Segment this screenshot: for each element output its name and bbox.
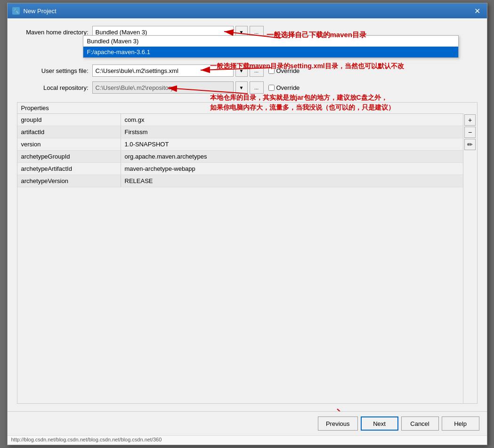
prop-value-artifactid: Firstssm bbox=[121, 126, 463, 138]
local-repo-override-checkbox[interactable] bbox=[268, 85, 275, 91]
title-bar-left: 🔧 New Project bbox=[12, 7, 57, 15]
new-project-dialog: 🔧 New Project ✕ 一般选择自己下载的maven目录 bbox=[7, 3, 487, 445]
properties-content: groupId com.gx artifactId Firstssm versi… bbox=[17, 113, 477, 403]
prop-value-version: 1.0-SNAPSHOT bbox=[121, 138, 463, 150]
user-settings-override-checkbox[interactable] bbox=[268, 68, 275, 74]
table-row: artifactId Firstssm bbox=[17, 126, 463, 138]
local-repo-override: Override bbox=[268, 84, 300, 91]
cancel-label: Cancel bbox=[410, 420, 429, 427]
local-repo-dropdown-btn[interactable]: ▼ bbox=[235, 81, 248, 94]
dropdown-item-bundled[interactable]: Bundled (Maven 3) bbox=[83, 36, 458, 47]
add-property-button[interactable]: + bbox=[464, 114, 476, 126]
maven-home-dropdown: Bundled (Maven 3) F:/apache-maven-3.6.1 bbox=[83, 35, 459, 58]
properties-label: Properties bbox=[17, 103, 477, 113]
svg-line-4 bbox=[337, 409, 365, 411]
url-text: http://blog.csdn.net/blog.csdn.net/blog.… bbox=[11, 437, 162, 442]
user-settings-dropdown-btn[interactable]: ▼ bbox=[235, 64, 248, 77]
local-repo-input[interactable] bbox=[92, 81, 234, 94]
table-row: archetypeGroupId org.apache.maven.archet… bbox=[17, 151, 463, 163]
prop-key-archetypeversion: archetypeVersion bbox=[17, 175, 121, 187]
help-label: Help bbox=[454, 420, 467, 427]
next-label: Next bbox=[373, 420, 386, 427]
local-repo-row: Local repository: ▼ ... Override bbox=[17, 81, 478, 94]
prop-key-archetypegroupid: archetypeGroupId bbox=[17, 151, 121, 162]
remove-property-button[interactable]: − bbox=[464, 127, 476, 138]
user-settings-row: User settings file: ▼ ... Override bbox=[17, 64, 478, 77]
user-settings-input-group: ▼ ... Override bbox=[92, 64, 478, 77]
close-button[interactable]: ✕ bbox=[473, 6, 482, 16]
previous-button[interactable]: Previous bbox=[318, 416, 358, 431]
maven-home-label: Maven home directory: bbox=[17, 29, 92, 36]
cancel-button[interactable]: Cancel bbox=[401, 416, 439, 431]
prop-key-artifactid: artifactId bbox=[17, 126, 121, 138]
dialog-footer: Previous Next Cancel Help bbox=[8, 411, 487, 435]
local-repo-override-label: Override bbox=[276, 84, 300, 91]
properties-table: groupId com.gx artifactId Firstssm versi… bbox=[17, 113, 463, 403]
previous-label: Previous bbox=[326, 420, 350, 427]
table-row: version 1.0-SNAPSHOT bbox=[17, 138, 463, 151]
user-settings-browse-btn[interactable]: ... bbox=[250, 64, 264, 77]
prop-value-archetypeartifactid: maven-archetype-webapp bbox=[121, 163, 463, 175]
table-row: archetypeVersion RELEASE bbox=[17, 175, 463, 187]
prop-key-archetypeartifactid: archetypeArtifactId bbox=[17, 163, 121, 175]
prop-key-groupid: groupId bbox=[17, 114, 121, 126]
dialog-body: 一般选择自己下载的maven目录 Maven home directory: ▼… bbox=[8, 18, 487, 411]
help-button[interactable]: Help bbox=[442, 416, 479, 431]
local-repo-input-group: ▼ ... Override bbox=[92, 81, 478, 94]
user-settings-label: User settings file: bbox=[17, 67, 92, 74]
local-repo-label: Local repository: bbox=[17, 84, 92, 91]
title-bar: 🔧 New Project ✕ bbox=[8, 3, 487, 18]
edit-property-button[interactable]: ✏ bbox=[464, 139, 476, 150]
user-settings-override-label: Override bbox=[276, 67, 300, 74]
user-settings-input[interactable] bbox=[92, 64, 234, 77]
table-row: archetypeArtifactId maven-archetype-weba… bbox=[17, 163, 463, 175]
dropdown-item-apache[interactable]: F:/apache-maven-3.6.1 bbox=[83, 47, 458, 57]
url-bar: http://blog.csdn.net/blog.csdn.net/blog.… bbox=[8, 435, 487, 445]
props-toolbar: + − ✏ bbox=[463, 113, 477, 403]
prop-value-archetypeversion: RELEASE bbox=[121, 175, 463, 187]
dialog-title: New Project bbox=[24, 8, 57, 15]
prop-value-archetypegroupid: org.apache.maven.archetypes bbox=[121, 151, 463, 162]
properties-section: Properties groupId com.gx artifactId Fir… bbox=[17, 102, 478, 404]
prop-key-version: version bbox=[17, 138, 121, 150]
local-repo-browse-btn[interactable]: ... bbox=[250, 81, 264, 94]
user-settings-override: Override bbox=[268, 67, 300, 74]
next-button[interactable]: Next bbox=[361, 416, 398, 431]
table-row: groupId com.gx bbox=[17, 114, 463, 126]
app-icon: 🔧 bbox=[12, 7, 20, 15]
prop-value-groupid: com.gx bbox=[121, 114, 463, 126]
